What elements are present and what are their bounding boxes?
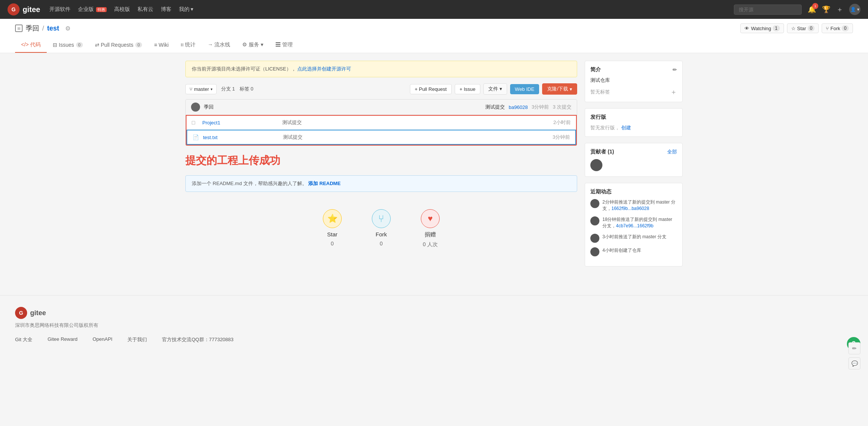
fork-stat-icon[interactable]: ⑂ — [372, 209, 391, 228]
activity-avatar-2 — [590, 216, 599, 225]
file-row[interactable]: 📄 test.txt 测试提交 3分钟前 — [186, 130, 576, 145]
file-commit-testtxt: 测试提交 — [283, 134, 528, 141]
footer-logo-text: gitee — [30, 309, 46, 317]
issue-btn[interactable]: + Issue — [455, 84, 480, 94]
stat-donate: ♥ 捐赠 0 人次 — [421, 209, 440, 248]
tag-count: 标签 0 — [240, 86, 254, 92]
activity-section: 近期动态 2分钟前推送了新的提交到 master 分支，1662f9b...ba… — [585, 183, 683, 267]
logo-icon: G — [8, 3, 20, 15]
logo[interactable]: G gitee — [8, 3, 40, 15]
star-stat-icon[interactable]: ⭐ — [323, 209, 342, 228]
file-btn-label: 文件 — [488, 86, 498, 92]
donate-stat-label: 捐赠 — [425, 231, 436, 238]
enterprise-badge: 特惠 — [96, 7, 107, 12]
notif-count: 1 — [812, 3, 818, 9]
float-edit-icon[interactable]: ✏ — [848, 342, 860, 351]
nav-private[interactable]: 私有云 — [138, 6, 153, 13]
stat-star: ⭐ Star 0 — [323, 209, 342, 248]
star-count: 0 — [808, 25, 815, 31]
commit-hash[interactable]: ba96028 — [509, 104, 528, 110]
tab-stats[interactable]: ıı 统计 — [175, 38, 202, 53]
branch-selector[interactable]: ⑂ master ▾ — [185, 84, 217, 94]
watching-count: 1 — [773, 25, 780, 31]
readme-link[interactable]: 添加 README — [308, 181, 341, 186]
annotation-text: 提交的工程上传成功 — [185, 153, 577, 168]
watching-button[interactable]: 👁 Watching 1 — [740, 23, 784, 33]
tab-manage[interactable]: ☰ 管理 — [269, 38, 299, 53]
tab-issues[interactable]: ⊟ Issues 0 — [47, 38, 89, 53]
nav-university[interactable]: 高校版 — [114, 6, 130, 13]
notification-button[interactable]: 🔔 1 — [808, 5, 816, 14]
file-time-project1: 2小时前 — [533, 119, 571, 126]
activity-item: 18分钟前推送了新的提交到 master 分支，4cb7e96...1662f9… — [590, 216, 677, 229]
nav-blog[interactable]: 博客 — [161, 6, 171, 13]
activity-item: 2分钟前推送了新的提交到 master 分支，1662f9b...ba96028 — [590, 199, 677, 212]
pr-badge: 0 — [135, 42, 142, 48]
fork-button[interactable]: ⑂ Fork 0 — [822, 23, 853, 33]
commit-author-name: 季回 — [204, 104, 481, 110]
activity-item: 4小时前创建了仓库 — [590, 247, 677, 256]
repo-name[interactable]: test — [47, 25, 59, 32]
branch-name: master — [194, 86, 209, 92]
tag-placeholder: 暂无标签 — [590, 89, 610, 95]
tab-pipeline[interactable]: → 流水线 — [202, 38, 236, 53]
footer-link-git[interactable]: Git 大全 — [15, 336, 32, 343]
tab-wiki[interactable]: ≡ Wiki — [148, 38, 175, 53]
nav-open-source[interactable]: 开源软件 — [49, 6, 70, 13]
activity-link-2[interactable]: 4cb7e96...1662f9b — [616, 223, 653, 228]
footer-company: 深圳市奥思网络科技有限公司版权所有 — [15, 322, 853, 329]
clone-btn[interactable]: 克隆/下载 ▾ — [542, 83, 577, 95]
repo-tabs: </> 代码 ⊟ Issues 0 ⇄ Pull Requests 0 ≡ Wi… — [15, 38, 853, 53]
file-name-testtxt[interactable]: test.txt — [203, 135, 278, 140]
nav-enterprise[interactable]: 企业版 特惠 — [78, 6, 107, 13]
file-name-project1[interactable]: Project1 — [202, 120, 278, 126]
stat-fork: ⑂ Fork 0 — [372, 209, 391, 248]
release-create-link[interactable]: 创建 — [621, 125, 631, 130]
add-tag-icon[interactable]: ＋ — [670, 87, 677, 97]
nav-links: 开源软件 企业版 特惠 高校版 私有云 博客 我的 ▾ — [49, 6, 194, 13]
file-btn[interactable]: 文件 ▾ — [483, 83, 507, 95]
footer-link-reward[interactable]: Gitee Reward — [47, 336, 77, 343]
donate-stat-icon[interactable]: ♥ — [421, 209, 440, 228]
issues-badge: 0 — [76, 42, 83, 48]
file-icon: 📄 — [193, 134, 199, 140]
commit-time: 3分钟前 — [532, 104, 549, 110]
file-rows-highlighted: □ Project1 测试提交 2小时前 📄 test.txt 测试提交 3分钟… — [186, 115, 577, 146]
tab-code[interactable]: </> 代码 — [15, 38, 47, 53]
tab-services[interactable]: ⚙ 服务 ▾ — [236, 38, 269, 53]
activity-link-1[interactable]: 1662f9b...ba96028 — [611, 206, 649, 211]
repo-title-bar: ⊞ 季回 / test ⚙ 👁 Watching 1 ☆ Star 0 ⑂ Fo… — [15, 23, 853, 33]
pull-request-btn[interactable]: + Pull Request — [410, 84, 452, 94]
nav-mine[interactable]: 我的 ▾ — [179, 6, 194, 13]
float-icon-bar: ✏ 💬 — [848, 342, 860, 351]
branch-dropdown-arrow: ▾ — [211, 87, 212, 91]
release-text: 暂无发行版， — [590, 125, 620, 130]
license-text: 你当前开源项目尚未选择许可证（LICENSE）， — [192, 66, 296, 72]
contrib-title: 贡献者 (1) — [590, 149, 614, 155]
file-commit-project1: 测试提交 — [282, 119, 529, 126]
activity-avatar-3 — [590, 234, 599, 243]
file-row[interactable]: □ Project1 测试提交 2小时前 — [186, 116, 576, 130]
content-left: 你当前开源项目尚未选择许可证（LICENSE）， 点此选择并创建开源许可 ⑂ m… — [185, 61, 577, 273]
main-content: 你当前开源项目尚未选择许可证（LICENSE）， 点此选择并创建开源许可 ⑂ m… — [170, 53, 698, 280]
fork-stat-label: Fork — [376, 231, 387, 238]
stats-section: ⭐ Star 0 ⑂ Fork 0 ♥ 捐赠 0 人次 — [185, 198, 577, 259]
search-input[interactable] — [734, 5, 802, 15]
fork-stat-value: 0 — [380, 241, 383, 247]
star-button[interactable]: ☆ Star 0 — [787, 23, 819, 33]
license-link[interactable]: 点此选择并创建开源许可 — [297, 66, 351, 72]
activity-text-3: 3小时前推送了新的 master 分支 — [602, 234, 666, 240]
release-section: 发行版 暂无发行版， 创建 — [585, 108, 683, 137]
intro-edit-icon[interactable]: ✏ — [672, 67, 677, 73]
contrib-all-link[interactable]: 全部 — [667, 149, 677, 155]
tab-pull-requests[interactable]: ⇄ Pull Requests 0 — [89, 38, 148, 53]
add-button[interactable]: ＋ — [836, 5, 843, 14]
web-ide-btn[interactable]: Web IDE — [510, 84, 539, 94]
footer-link-about[interactable]: 关于我们 — [127, 336, 147, 343]
contributor-avatar[interactable] — [590, 159, 602, 171]
user-avatar[interactable]: 👤 ▾ — [849, 4, 860, 15]
footer-link-api[interactable]: OpenAPI — [93, 336, 113, 343]
repo-settings-icon[interactable]: ⚙ — [65, 25, 70, 32]
points-icon[interactable]: 🏆 — [822, 5, 830, 14]
commit-message: 测试提交 — [485, 104, 505, 110]
